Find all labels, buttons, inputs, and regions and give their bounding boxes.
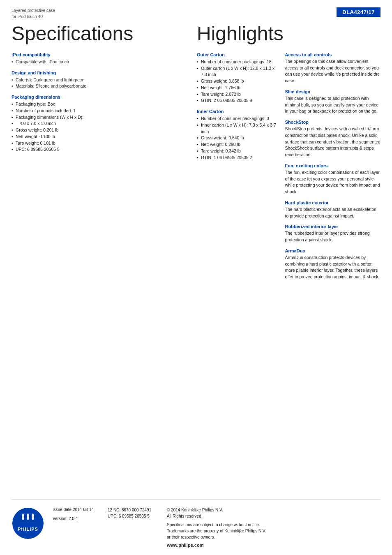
highlight-slim-design: Slim design This case is designed to add…: [285, 89, 380, 115]
spec-item: Nett weight: 0.100 lb: [12, 134, 180, 140]
footer-col2: 12 NC: 8670 000 72491 UPC: 6 09585 20505…: [108, 507, 157, 519]
right-specs-col: Outer Carton Number of consumer packagin…: [197, 52, 285, 285]
spec-item: Number of products included: 1: [12, 108, 180, 114]
svg-point-4: [32, 513, 34, 520]
highlight-text-armaduo: ArmaDuo construction protects devices by…: [285, 254, 380, 280]
spec-item: Materials: Silcone and polycarbonate: [12, 83, 180, 90]
highlight-title-slim: Slim design: [285, 89, 380, 94]
footer-col1: Issue date 2014-03-14 Version: 2.0.4: [53, 507, 98, 525]
highlights-col: Access to all controls The openings on t…: [285, 52, 380, 285]
spec-item: Gross weight: 0.201 lb: [12, 127, 180, 134]
disclaimer-line2: Trademarks are the property of Koninklij…: [167, 528, 380, 534]
spec-section-design: Design and finishing Color(s): Dark gree…: [12, 70, 180, 90]
copyright: © 2014 Koninklijke Philips N.V. All Righ…: [167, 507, 380, 519]
spec-item: Gross weight: 3.858 lb: [197, 78, 279, 85]
highlights-title: Highlights: [197, 23, 380, 45]
copyright-line1: © 2014 Koninklijke Philips N.V.: [167, 507, 380, 513]
philips-logo: PHILIPS: [12, 507, 44, 540]
highlight-hard-plastic: Hard plastic exterior The hard plastic e…: [285, 200, 380, 220]
spec-item: Tare weight: 2.072 lb: [197, 91, 279, 98]
spec-section-inner-carton: Inner Carton Number of consumer packagin…: [197, 109, 279, 161]
spec-item: Tare weight: 0.342 lb: [197, 148, 279, 155]
right-column: Highlights Outer Carton Number of consum…: [189, 20, 380, 491]
product-type: Layered protective case: [12, 7, 55, 14]
highlight-text-colors: The fun, exciting color combinations of …: [285, 169, 380, 195]
disclaimer-line1: Specifications are subject to change wit…: [167, 522, 380, 528]
highlight-rubberized: Rubberized interior layer The rubberized…: [285, 224, 380, 243]
spec-item: 4.0 x 7.0 x 1.0 inch: [12, 120, 180, 127]
highlight-shockstop: ShockStop ShockStop protects devices wit…: [285, 120, 380, 158]
nc-upc: 12 NC: 8670 000 72491 UPC: 6 09585 20505…: [108, 507, 157, 519]
spec-section-title-packaging: Packaging dimensions: [12, 95, 180, 99]
footer-meta: Issue date 2014-03-14 Version: 2.0.4 12 …: [53, 507, 380, 548]
footer: PHILIPS Issue date 2014-03-14 Version: 2…: [12, 499, 380, 555]
spec-item: GTIN: 2 06 09585 20505 9: [197, 97, 279, 104]
spec-list-ipod: Compatible with: iPod touch: [12, 59, 180, 65]
inner-carton-list: Number of consumer packagings: 3 Inner c…: [197, 116, 279, 161]
spec-item: GTIN: 1 06 09585 20505 2: [197, 155, 279, 161]
spec-section-title-design: Design and finishing: [12, 70, 180, 75]
spec-item: Nett weight: 1.786 lb: [197, 85, 279, 91]
inner-carton-title: Inner Carton: [197, 109, 279, 114]
highlight-text-rubberized: The rubberized interior layer provides s…: [285, 230, 380, 243]
spec-item: UPC: 6 09585 20505 5: [12, 146, 180, 153]
version-text: Version: 2.0.4: [53, 516, 78, 521]
upc-line: UPC: 6 09585 20505 5: [108, 513, 157, 519]
right-inner: Outer Carton Number of consumer packagin…: [197, 52, 380, 285]
highlight-text-slim: This case is designed to add protection …: [285, 95, 380, 115]
highlight-title-rubberized: Rubberized interior layer: [285, 224, 380, 229]
nc-line: 12 NC: 8670 000 72491: [108, 507, 157, 513]
main-content: Specifications iPod compatibility Compat…: [0, 20, 392, 491]
highlight-fun-colors: Fun, exciting colors The fun, exciting c…: [285, 163, 380, 195]
spec-list-design: Color(s): Dark green and light green Mat…: [12, 77, 180, 90]
page: Layered protective case for iPod touch 4…: [0, 0, 392, 555]
spec-item: Number of consumer packagings: 3: [197, 116, 279, 122]
highlight-title-access: Access to all controls: [285, 52, 380, 57]
svg-point-0: [12, 508, 44, 539]
highlight-text-plastic: The hard plastic exterior acts as an exo…: [285, 206, 380, 220]
svg-point-3: [27, 513, 29, 520]
svg-text:PHILIPS: PHILIPS: [18, 527, 38, 532]
spec-item: Packaging type: Box: [12, 101, 180, 108]
highlight-text-access: The openings on this case allow convenie…: [285, 58, 380, 84]
highlight-access-controls: Access to all controls The openings on t…: [285, 52, 380, 84]
spec-item: Outer carton (L x W x H): 12.8 x 11.3 x …: [197, 65, 279, 79]
spec-item: Gross weight: 0.640 lb: [197, 135, 279, 141]
highlight-title-colors: Fun, exciting colors: [285, 163, 380, 168]
disclaimer-line3: or their respective owners.: [167, 534, 380, 540]
spec-item: Compatible with: iPod touch: [12, 59, 180, 65]
issue-date: Issue date 2014-03-14: [53, 507, 98, 513]
issue-date-text: Issue date 2014-03-14: [53, 507, 94, 512]
page-title: Specifications: [12, 23, 180, 45]
spec-item: Tare weight: 0.101 lb: [12, 140, 180, 147]
website-url[interactable]: www.philips.com: [167, 543, 380, 548]
outer-carton-list: Number of consumer packagings: 18 Outer …: [197, 59, 279, 104]
spec-list-packaging: Packaging type: Box Number of products i…: [12, 101, 180, 153]
spec-section-packaging: Packaging dimensions Packaging type: Box…: [12, 95, 180, 153]
highlight-armaduo: ArmaDuo ArmaDuo construction protects de…: [285, 248, 380, 280]
spec-item: Nett weight: 0.298 lb: [197, 141, 279, 148]
disclaimer: Specifications are subject to change wit…: [167, 522, 380, 540]
spec-section-title-ipod: iPod compatibility: [12, 52, 180, 57]
header-product-info: Layered protective case for iPod touch 4…: [12, 7, 55, 20]
spec-item: •Packaging dimensions (W x H x D):: [12, 114, 180, 121]
version: Version: 2.0.4: [53, 516, 98, 522]
copyright-line2: All Rights reserved.: [167, 513, 380, 519]
spec-item: Color(s): Dark green and light green: [12, 77, 180, 83]
product-for: for iPod touch 4G: [12, 14, 55, 20]
spec-section-outer-carton: Outer Carton Number of consumer packagin…: [197, 52, 279, 104]
footer-col3: © 2014 Koninklijke Philips N.V. All Righ…: [167, 507, 380, 548]
left-column: Specifications iPod compatibility Compat…: [12, 20, 189, 491]
highlight-text-shockstop: ShockStop protects devices with a walled…: [285, 126, 380, 158]
highlight-title-shockstop: ShockStop: [285, 120, 380, 125]
highlight-title-armaduo: ArmaDuo: [285, 248, 380, 253]
svg-point-2: [22, 513, 24, 520]
spec-item: Inner carton (L x W x H): 7.0 x 5.4 x 3.…: [197, 122, 279, 135]
highlight-title-plastic: Hard plastic exterior: [285, 200, 380, 205]
outer-carton-title: Outer Carton: [197, 52, 279, 57]
header: Layered protective case for iPod touch 4…: [0, 0, 392, 20]
spec-section-ipod-compatibility: iPod compatibility Compatible with: iPod…: [12, 52, 180, 65]
spec-item: Number of consumer packagings: 18: [197, 59, 279, 65]
product-badge: DLA4247/17: [337, 7, 380, 17]
